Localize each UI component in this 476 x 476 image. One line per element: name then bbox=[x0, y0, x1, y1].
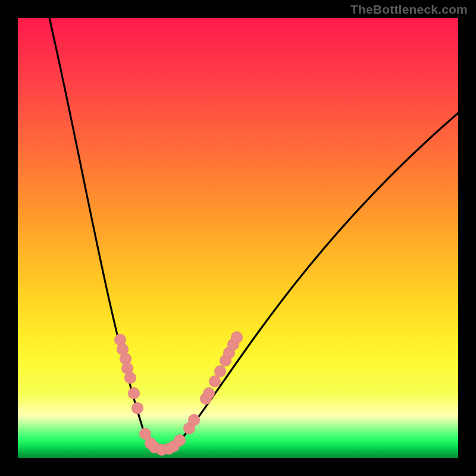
data-dot bbox=[203, 387, 215, 399]
chart-svg bbox=[18, 18, 458, 458]
bottleneck-curve bbox=[49, 18, 458, 448]
data-dot bbox=[214, 365, 226, 377]
data-dots-group bbox=[114, 331, 243, 456]
data-dot bbox=[124, 372, 136, 384]
data-dot bbox=[231, 331, 243, 343]
data-dot bbox=[174, 434, 186, 446]
chart-container: TheBottleneck.com bbox=[0, 0, 476, 476]
data-dot bbox=[131, 402, 143, 414]
data-dot bbox=[128, 387, 140, 399]
data-dot bbox=[188, 414, 200, 426]
watermark-text: TheBottleneck.com bbox=[350, 2, 468, 17]
